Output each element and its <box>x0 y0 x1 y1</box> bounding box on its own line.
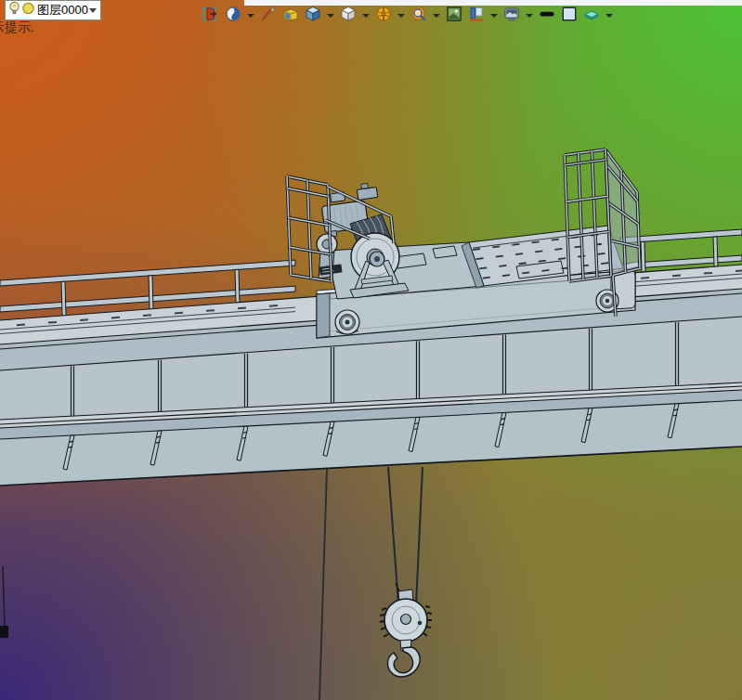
segmented-sphere-dropdown-arrow-icon[interactable] <box>397 14 405 18</box>
render-environment-dropdown-arrow-icon[interactable] <box>247 14 254 18</box>
render-environment-button[interactable] <box>224 6 242 26</box>
render-environment-icon <box>225 6 241 26</box>
white-cube-dropdown-arrow-icon[interactable] <box>362 14 370 18</box>
scene-view-button[interactable] <box>445 6 463 26</box>
display-monitor-button[interactable] <box>502 6 521 26</box>
material-bucket-button[interactable] <box>281 6 300 26</box>
segmented-sphere-button[interactable] <box>374 6 393 26</box>
layer-color-dropdown-arrow-icon[interactable] <box>605 14 613 18</box>
floating-toolbar <box>202 5 614 27</box>
segmented-sphere-icon <box>375 6 392 26</box>
shaded-cube-icon <box>305 6 321 26</box>
exit-door-button[interactable] <box>202 6 220 26</box>
line-width-icon <box>539 6 555 26</box>
shaded-cube-button[interactable] <box>304 6 322 26</box>
paint-brush-icon <box>260 6 277 26</box>
zoom-search-icon <box>410 6 427 26</box>
cables-and-weight[interactable] <box>0 469 327 700</box>
exit-door-icon <box>202 6 219 26</box>
white-cube-button[interactable] <box>339 6 358 26</box>
line-width-button[interactable] <box>538 6 556 26</box>
background-color-icon <box>561 6 578 26</box>
shaded-cube-dropdown-arrow-icon[interactable] <box>327 14 334 18</box>
background-color-button[interactable] <box>560 6 579 26</box>
layer-color-button[interactable] <box>582 6 601 26</box>
scene-view-icon <box>446 6 462 26</box>
window-layout-button[interactable] <box>467 6 486 26</box>
material-bucket-icon <box>282 6 299 26</box>
hook-block[interactable] <box>380 467 432 677</box>
display-monitor-icon <box>503 6 520 26</box>
white-cube-icon <box>340 6 357 26</box>
window-layout-dropdown-arrow-icon[interactable] <box>490 14 498 18</box>
layer-color-icon <box>583 6 600 26</box>
zoom-search-button[interactable] <box>410 6 428 26</box>
window-layout-icon <box>468 6 485 26</box>
zoom-search-dropdown-arrow-icon[interactable] <box>433 14 440 18</box>
3d-viewport[interactable] <box>0 0 742 700</box>
application-window: 示提示. <box>0 0 742 700</box>
display-monitor-dropdown-arrow-icon[interactable] <box>526 14 533 18</box>
paint-brush-button[interactable] <box>259 6 278 26</box>
